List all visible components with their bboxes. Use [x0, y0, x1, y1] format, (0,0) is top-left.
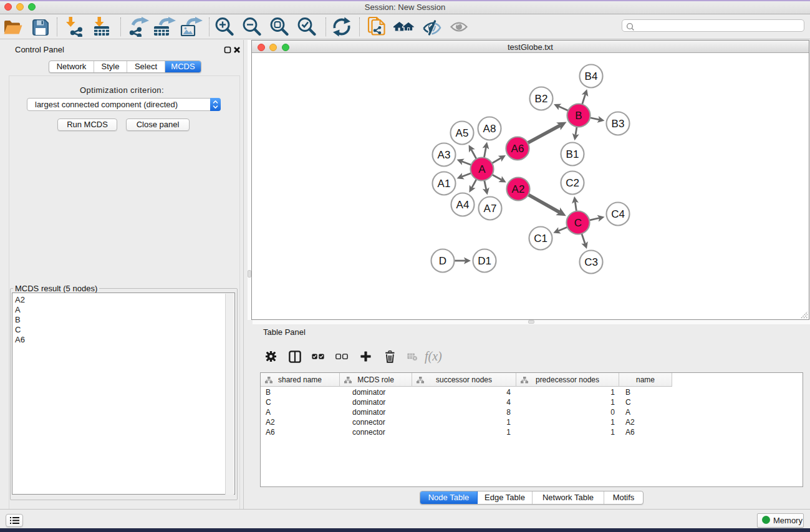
svg-text:B1: B1 [566, 148, 579, 160]
svg-text:A: A [478, 163, 486, 175]
svg-text:A7: A7 [484, 203, 497, 215]
svg-text:C4: C4 [611, 208, 625, 220]
svg-text:A1: A1 [438, 178, 451, 190]
svg-text:C: C [574, 217, 582, 229]
svg-text:A6: A6 [511, 143, 524, 155]
svg-text:C3: C3 [584, 256, 598, 268]
svg-text:A8: A8 [483, 123, 496, 135]
svg-text:C1: C1 [534, 233, 547, 244]
svg-text:D1: D1 [478, 255, 491, 267]
svg-text:A5: A5 [456, 127, 469, 139]
svg-text:B: B [575, 110, 582, 122]
svg-text:C2: C2 [566, 177, 579, 189]
svg-text:D: D [439, 255, 446, 267]
svg-text:B3: B3 [612, 118, 625, 130]
svg-text:B4: B4 [585, 70, 598, 82]
svg-text:B2: B2 [535, 93, 548, 105]
svg-text:A4: A4 [456, 199, 470, 211]
svg-text:A2: A2 [512, 183, 525, 195]
svg-text:A3: A3 [438, 149, 451, 161]
